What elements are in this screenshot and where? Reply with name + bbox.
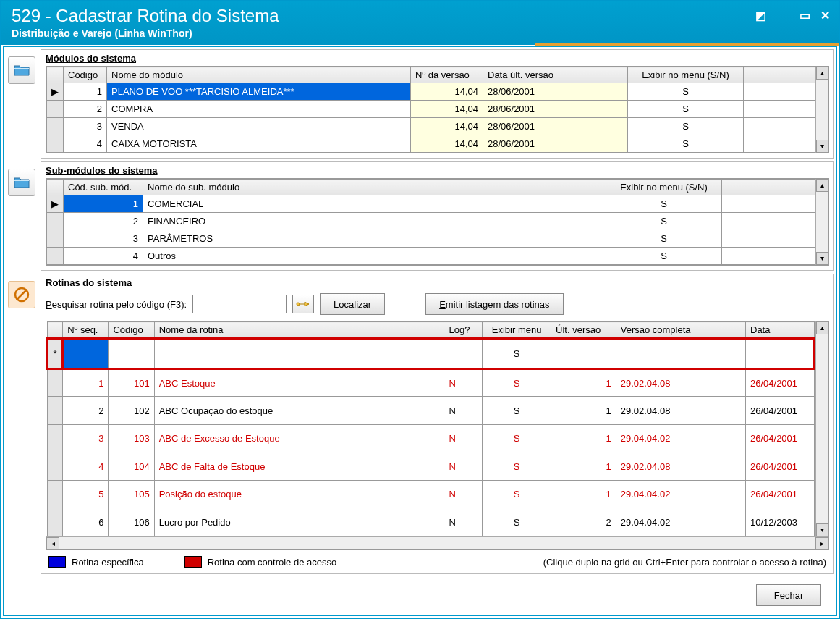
rotinas-side-button[interactable] xyxy=(8,281,35,308)
rotinas-scrollbar[interactable]: ▴ ▾ xyxy=(815,321,828,536)
col-spacer xyxy=(744,67,815,83)
modules-grid[interactable]: Código Nome do módulo Nº da versão Data … xyxy=(46,67,815,153)
fechar-button[interactable]: Fechar xyxy=(756,584,821,606)
col-exibir-sub[interactable]: Exibir no menu (S/N) xyxy=(606,180,722,195)
new-row[interactable]: * S xyxy=(48,339,815,369)
rotinas-toolbar: Pesquisar rotina pelo código (F3): Local… xyxy=(46,290,829,321)
submodules-grid[interactable]: Cód. sub. mód. Nome do sub. módulo Exibi… xyxy=(46,179,815,265)
folder-icon xyxy=(14,64,30,77)
scroll-up-icon[interactable]: ▴ xyxy=(816,321,828,334)
accent-strip xyxy=(535,43,839,46)
rotinas-title: Rotinas do sistema xyxy=(46,276,829,288)
table-row[interactable]: 2 COMPRA 14,04 28/06/2001 S xyxy=(47,101,815,118)
legend-access: Rotina com controle de acesso xyxy=(208,557,336,568)
legend-hint: (Clique duplo na grid ou Ctrl+Enter para… xyxy=(543,557,826,568)
svg-point-2 xyxy=(297,303,300,306)
col-exibir[interactable]: Exibir no menu (S/N) xyxy=(628,67,744,83)
svg-line-1 xyxy=(17,290,27,300)
col-nome[interactable]: Nome do módulo xyxy=(107,67,411,83)
emitir-listagem-button[interactable]: Emitir listagem das rotinas xyxy=(425,293,563,315)
col-ult[interactable]: Últ. versão xyxy=(551,322,616,339)
swatch-access xyxy=(184,556,202,568)
col-nome-rot[interactable]: Nome da rotina xyxy=(154,322,444,339)
title-bar: 529 - Cadastrar Rotina do Sistema Distri… xyxy=(1,1,839,45)
minimize-icon[interactable]: __ xyxy=(776,9,789,22)
table-row[interactable]: 3 103 ABC de Excesso de Estoque N S 1 29… xyxy=(48,424,815,452)
scroll-down-icon[interactable]: ▾ xyxy=(816,523,828,536)
submodules-scrollbar[interactable]: ▴ ▾ xyxy=(815,179,828,265)
hand-point-icon xyxy=(296,298,310,310)
table-row[interactable]: 4 Outros S xyxy=(47,248,815,265)
prohibit-icon xyxy=(13,286,30,303)
modules-panel: Módulos do sistema Código Nome do módulo… xyxy=(41,49,834,159)
legend-specific: Rotina específica xyxy=(72,557,144,568)
scroll-right-icon[interactable]: ▸ xyxy=(815,537,828,549)
col-log[interactable]: Log? xyxy=(444,322,483,339)
folder-icon xyxy=(14,176,30,189)
rotinas-hscrollbar[interactable]: ◂ ▸ xyxy=(46,536,828,549)
modules-scrollbar[interactable]: ▴ ▾ xyxy=(815,67,828,153)
legend: Rotina específica Rotina com controle de… xyxy=(46,550,829,569)
table-row[interactable]: 2 102 ABC Ocupação do estoque N S 1 29.0… xyxy=(48,397,815,425)
col-nome-sub[interactable]: Nome do sub. módulo xyxy=(143,180,606,195)
col-versao[interactable]: Nº da versão xyxy=(411,67,483,83)
scroll-down-icon[interactable]: ▾ xyxy=(816,140,828,153)
table-row[interactable]: 3 PARÂMETROS S xyxy=(47,230,815,248)
restore-icon[interactable]: ◩ xyxy=(755,9,766,22)
scroll-up-icon[interactable]: ▴ xyxy=(816,67,828,80)
col-data-rot[interactable]: Data xyxy=(746,322,815,339)
table-row[interactable]: 4 CAIXA MOTORISTA 14,04 28/06/2001 S xyxy=(47,135,815,153)
col-cod-sub[interactable]: Cód. sub. mód. xyxy=(64,180,143,195)
table-row[interactable]: 3 VENDA 14,04 28/06/2001 S xyxy=(47,118,815,135)
scroll-down-icon[interactable]: ▾ xyxy=(816,252,828,265)
maximize-icon[interactable]: ▭ xyxy=(799,9,810,22)
rotinas-grid[interactable]: Nº seq. Código Nome da rotina Log? Exibi… xyxy=(46,321,815,536)
rotinas-panel: Rotinas do sistema Pesquisar rotina pelo… xyxy=(41,274,834,574)
col-codigo-rot[interactable]: Código xyxy=(109,322,154,339)
row-marker-header xyxy=(48,322,63,339)
col-exibir-rot[interactable]: Exibir menu xyxy=(483,322,551,339)
table-row[interactable]: 5 105 Posição do estoque N S 1 29.04.04.… xyxy=(48,480,815,508)
col-spacer xyxy=(722,180,815,195)
row-marker-header xyxy=(47,67,64,83)
scroll-left-icon[interactable]: ◂ xyxy=(46,537,59,549)
swatch-specific xyxy=(48,556,66,568)
row-marker-header xyxy=(47,180,64,195)
search-input[interactable] xyxy=(192,295,287,313)
window-title: 529 - Cadastrar Rotina do Sistema xyxy=(12,6,828,26)
open-modules-button[interactable] xyxy=(8,56,35,84)
app-window: 529 - Cadastrar Rotina do Sistema Distri… xyxy=(0,0,840,619)
table-row[interactable]: ▶ 1 PLANO DE VOO ***TARCISIO ALMEIDA*** … xyxy=(47,83,815,101)
modules-title: Módulos do sistema xyxy=(46,51,829,64)
table-row[interactable]: 6 106 Lucro por Pedido N S 2 29.04.04.02… xyxy=(48,508,815,536)
col-seq[interactable]: Nº seq. xyxy=(63,322,109,339)
body: Módulos do sistema Código Nome do módulo… xyxy=(3,46,837,616)
scroll-up-icon[interactable]: ▴ xyxy=(816,179,828,192)
window-subtitle: Distribuição e Varejo (Linha WinThor) xyxy=(12,28,828,39)
localizar-button[interactable]: Localizar xyxy=(320,293,385,315)
table-row[interactable]: ▶ 1 COMERCIAL S xyxy=(47,195,815,213)
footer: Fechar xyxy=(6,577,834,613)
search-label: Pesquisar rotina pelo código (F3): xyxy=(46,299,187,310)
table-row[interactable]: 4 104 ABC de Falta de Estoque N S 1 29.0… xyxy=(48,452,815,481)
col-codigo[interactable]: Código xyxy=(64,67,107,83)
table-row[interactable]: 1 101 ABC Estoque N S 1 29.02.04.08 26/0… xyxy=(48,369,815,397)
submodules-panel: Sub-módulos do sistema Cód. sub. mód. No… xyxy=(41,161,834,271)
col-completa[interactable]: Versão completa xyxy=(616,322,745,339)
col-data[interactable]: Data últ. versão xyxy=(483,67,628,83)
table-row[interactable]: 2 FINANCEIRO S xyxy=(47,213,815,230)
submodules-title: Sub-módulos do sistema xyxy=(46,164,829,176)
close-icon[interactable]: ✕ xyxy=(820,9,830,22)
lookup-button[interactable] xyxy=(292,295,314,313)
open-submodules-button[interactable] xyxy=(8,169,35,196)
